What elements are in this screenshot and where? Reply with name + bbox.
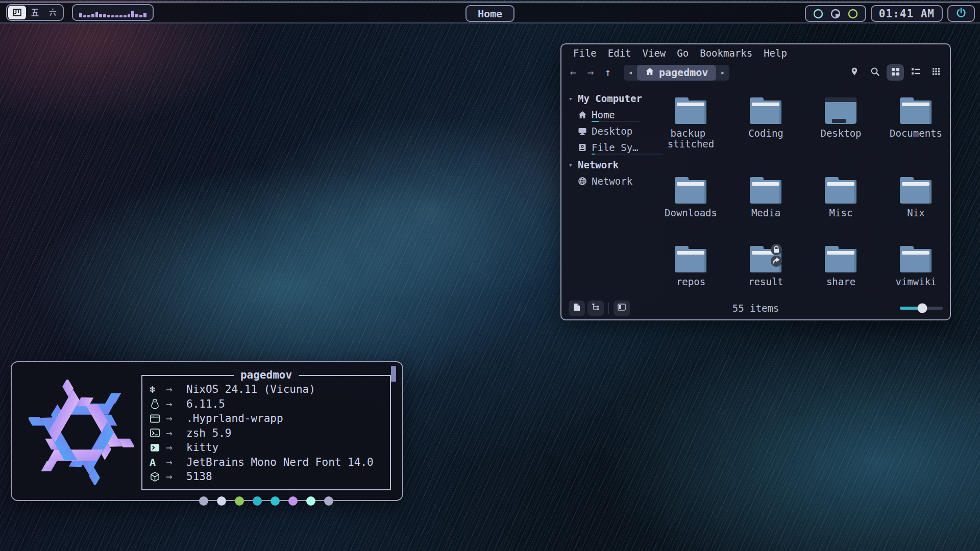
back-arrow-icon: ← — [570, 66, 577, 79]
compact-view-icon — [932, 67, 940, 78]
palette-dot-2 — [235, 496, 244, 506]
workspace-button-六[interactable] — [44, 6, 62, 19]
folder-item-Nix[interactable]: Nix — [878, 175, 953, 218]
clock-label: 01:41 AM — [879, 8, 935, 20]
fetch-value: 6.11.5 — [186, 398, 225, 410]
visualizer-bar — [131, 11, 134, 17]
desktop-icon — [578, 127, 587, 136]
sidebar-section-label: My Computer — [578, 93, 642, 104]
show-places-button[interactable] — [569, 300, 585, 316]
folder-item-Media[interactable]: Media — [728, 175, 803, 218]
forward-arrow-icon: → — [587, 66, 594, 79]
menu-item-bookmarks[interactable]: Bookmarks — [694, 46, 758, 60]
sidebar-section-header[interactable]: ▾ Network — [569, 157, 651, 173]
clock-widget: 01:41 AM — [871, 5, 943, 22]
folder-item-share[interactable]: share — [803, 244, 878, 287]
visualizer-bars — [79, 9, 146, 20]
fetch-value: kitty — [186, 441, 218, 454]
ring-indicator-green[interactable] — [847, 8, 859, 19]
fetch-row: → .Hyprland-wrapp — [150, 411, 383, 426]
folder-item-Misc[interactable]: Misc — [803, 175, 878, 218]
workspace-button-四[interactable] — [8, 6, 26, 19]
folder-item-Downloads[interactable]: Downloads — [653, 175, 728, 218]
visualizer-bar — [99, 14, 102, 17]
view-icons-button[interactable] — [887, 64, 904, 81]
folder-item-backup_stitched[interactable]: backup_stitched — [653, 95, 728, 149]
sidebar-item-home[interactable]: Home — [569, 107, 651, 123]
up-button[interactable]: ↑ — [599, 65, 617, 80]
fetch-row: → kitty — [150, 440, 383, 455]
visualizer-bar — [111, 15, 114, 17]
package-icon — [150, 471, 166, 482]
icon-zoom-slider[interactable] — [900, 307, 943, 310]
folder-name-label: repos — [676, 277, 705, 287]
visualizer-bar — [119, 15, 122, 17]
folder-item-result[interactable]: result — [728, 244, 803, 287]
sidebar-item-file-sy-[interactable]: File Sy… — [569, 139, 651, 156]
menu-item-edit[interactable]: Edit — [602, 46, 637, 60]
nix-snowflake-icon: ❄ — [150, 383, 166, 395]
folder-icon — [749, 244, 783, 273]
sidebar-item-network[interactable]: Network — [569, 173, 651, 189]
tree-icon — [592, 303, 600, 313]
palette-dot-0 — [199, 496, 208, 506]
fetch-row: → 5138 — [150, 469, 383, 484]
menu-item-help[interactable]: Help — [758, 46, 793, 60]
breadcrumb-next-button[interactable]: ▸ — [716, 68, 729, 77]
folder-icon — [674, 95, 708, 125]
arrow-icon: → — [166, 398, 186, 410]
view-compact-button[interactable] — [927, 64, 945, 81]
disk-usage-bar — [592, 121, 640, 122]
folder-name-label: Documents — [890, 128, 942, 139]
menu-item-view[interactable]: View — [637, 46, 672, 60]
workspace-label — [47, 7, 58, 18]
visualizer-bar — [124, 15, 127, 17]
palette-dot-4 — [271, 496, 280, 506]
sidebar-section-header[interactable]: ▾ My Computer — [569, 90, 651, 107]
visualizer-bar — [135, 14, 138, 17]
view-list-button[interactable] — [907, 64, 924, 81]
power-button[interactable] — [947, 5, 975, 22]
fetch-value: 5138 — [186, 470, 212, 483]
folder-name-label: vimwiki — [895, 277, 936, 287]
folder-item-Desktop[interactable]: Desktop — [803, 95, 878, 149]
nixos-logo — [21, 369, 141, 495]
item-count-label: 55 items — [732, 303, 779, 314]
location-button[interactable] — [846, 64, 863, 81]
toolbar: ← → ↑ ◂ pagedmov ▸ — [561, 62, 950, 83]
menu-item-go[interactable]: Go — [671, 46, 694, 60]
visualizer-bar — [79, 13, 82, 17]
search-button[interactable] — [866, 64, 884, 81]
folder-name-label: Media — [751, 208, 780, 218]
folder-icon — [824, 244, 858, 273]
arrow-icon: → — [166, 470, 186, 483]
folder-item-Coding[interactable]: Coding — [728, 95, 803, 149]
breadcrumb-segment-home[interactable]: pagedmov — [637, 65, 716, 81]
menu-bar: FileEditViewGoBookmarksHelp — [561, 44, 950, 62]
toggle-sidepane-button[interactable] — [614, 300, 630, 316]
back-button[interactable]: ← — [565, 65, 582, 80]
ring-indicator-cyan[interactable] — [813, 8, 824, 19]
zoom-slider-knob[interactable] — [917, 304, 927, 313]
active-window-label: Home — [478, 8, 502, 20]
arrow-icon: → — [166, 441, 186, 454]
visualizer-bar — [139, 15, 142, 17]
palette-dot-6 — [306, 496, 315, 506]
pie-indicator-lavender[interactable] — [830, 8, 841, 19]
show-tree-button[interactable] — [587, 300, 604, 316]
folder-item-repos[interactable]: repos — [653, 244, 728, 287]
menu-item-file[interactable]: File — [568, 46, 602, 60]
sidebar: ▾ My Computer Home Desktop File Sy… ▾ Ne… — [561, 83, 651, 297]
folder-name-label: Desktop — [820, 128, 861, 139]
status-bar: 55 items — [561, 297, 950, 319]
folder-item-Documents[interactable]: Documents — [878, 95, 953, 149]
sidebar-item-desktop[interactable]: Desktop — [569, 123, 651, 139]
forward-button[interactable]: → — [582, 65, 599, 80]
filesystem-icon — [578, 143, 587, 152]
folder-item-vimwiki[interactable]: vimwiki — [878, 244, 953, 287]
folder-name-label: Downloads — [665, 208, 717, 218]
grid-view-icon — [891, 67, 900, 78]
workspace-button-五[interactable] — [26, 6, 44, 19]
terminal-icon — [150, 442, 166, 453]
breadcrumb-prev-button[interactable]: ◂ — [624, 68, 637, 77]
